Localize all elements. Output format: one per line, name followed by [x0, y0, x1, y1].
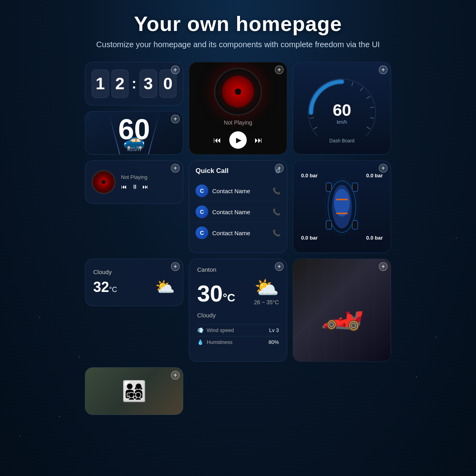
weather-large-temp-group: 30°C: [197, 280, 235, 307]
car-top-svg: [322, 175, 362, 238]
svg-text:60: 60: [333, 101, 351, 119]
music-small-add-button[interactable]: +: [171, 164, 180, 173]
svg-rect-25: [336, 213, 348, 214]
svg-rect-24: [336, 199, 348, 200]
quick-call-header: Quick Call ⚙: [196, 167, 280, 175]
svg-rect-22: [326, 221, 332, 229]
car-photo-widget: + 🏎️: [293, 259, 391, 362]
weather-small-unit: °C: [109, 286, 117, 294]
contact-avatar-3: C: [196, 226, 208, 239]
svg-line-2: [310, 118, 314, 119]
contact-row-2: C Contact Name 📞: [196, 202, 280, 223]
music-small-info: Not Playing ⏮ ⏸ ⏭: [121, 174, 177, 190]
weather-wind-val: Lv 3: [269, 327, 279, 333]
contact-avatar-2: C: [196, 205, 208, 218]
call-button-1[interactable]: 📞: [273, 187, 280, 195]
music-small-controls: ⏮ ⏸ ⏭: [121, 183, 177, 190]
quick-call-widget: + Quick Call ⚙ C Contact Name 📞 C Contac…: [189, 160, 287, 253]
weather-large-condition: Cloudy: [197, 312, 279, 319]
svg-line-10: [367, 96, 370, 98]
weather-city: Canton: [197, 266, 279, 273]
weather-humid-val: 80%: [269, 339, 279, 345]
widget-grid: + 1 2 : 3 0 + Not Playing ⏮ ⏭ +: [0, 58, 476, 419]
weather-wind-label: Wind speed: [207, 327, 234, 333]
svg-rect-20: [326, 183, 332, 192]
quick-call-add-button[interactable]: +: [275, 164, 284, 173]
music-small-next[interactable]: ⏭: [142, 183, 148, 190]
contact-left-3: C Contact Name: [196, 226, 250, 239]
contact-name-2: Contact Name: [212, 209, 250, 215]
clock-add-button[interactable]: +: [171, 65, 180, 74]
weather-large-widget: + Canton 30°C ⛅ 26 ~ 35°C Cloudy 💨 Wind …: [189, 259, 287, 362]
family-image: 👨‍👩‍👧‍👦: [85, 368, 183, 415]
music-large-add-button[interactable]: +: [275, 65, 284, 74]
weather-wind-left: 💨 Wind speed: [197, 327, 234, 333]
weather-humid-row: 💧 Humidness 80%: [197, 336, 279, 348]
vinyl-record-large: [214, 68, 262, 115]
contact-row-1: C Contact Name 📞: [196, 180, 280, 202]
wind-icon: 💨: [197, 327, 203, 333]
contact-left-2: C Contact Name: [196, 205, 250, 218]
svg-line-9: [360, 88, 363, 91]
speed-large-add-button[interactable]: +: [171, 115, 180, 123]
page-subtitle: Customize your homepage and its componen…: [8, 39, 468, 50]
weather-large-add-button[interactable]: +: [275, 262, 284, 271]
family-icon: 👨‍👩‍👧‍👦: [122, 380, 146, 403]
vinyl-small: [92, 170, 115, 194]
gauge-svg: 60 km/h: [302, 73, 382, 136]
music-small-widget: + Not Playing ⏮ ⏸ ⏭: [85, 160, 183, 204]
weather-small-add-button[interactable]: +: [171, 262, 180, 271]
contact-name-1: Contact Name: [212, 188, 250, 194]
clock-digit-2: 2: [111, 69, 129, 98]
weather-large-unit: °C: [223, 292, 235, 304]
speed-large-number: 60: [118, 113, 150, 146]
music-player-large: + Not Playing ⏮ ⏭: [189, 62, 287, 155]
speed-content: 60 km/h: [118, 113, 150, 153]
svg-line-1: [314, 127, 317, 129]
family-photo-widget: + 👨‍👩‍👧‍👦: [85, 367, 183, 415]
car-photo-add-button[interactable]: +: [379, 262, 388, 271]
svg-rect-23: [352, 221, 358, 229]
weather-small-condition: Cloudy: [93, 269, 175, 275]
tire-pressure-widget: + 0.0 bar 0.0 bar 0.0 bar 0.0 bar: [293, 160, 391, 253]
music-small-prev[interactable]: ⏮: [121, 183, 127, 190]
clock-digit-3: 3: [140, 69, 157, 98]
weather-small-temp-group: 32°C: [93, 279, 117, 296]
music-small-pause[interactable]: ⏸: [132, 183, 138, 190]
contact-left-1: C Contact Name: [196, 184, 250, 197]
gauge-add-button[interactable]: +: [379, 65, 388, 74]
contact-row-3: C Contact Name 📞: [196, 223, 280, 243]
music-large-status: Not Playing: [224, 119, 252, 126]
svg-rect-21: [352, 183, 358, 192]
svg-line-13: [367, 127, 370, 129]
contact-avatar-1: C: [196, 184, 208, 197]
svg-point-17: [334, 189, 350, 217]
page-title: Your own homepage: [8, 12, 468, 36]
gauge-label: Dash Board: [329, 138, 354, 144]
call-button-2[interactable]: 📞: [273, 208, 280, 216]
weather-small-temp: 32: [93, 279, 109, 295]
speed-large-unit: km/h: [127, 146, 141, 153]
car-photo-image: 🏎️: [293, 259, 391, 361]
call-button-3[interactable]: 📞: [273, 229, 280, 237]
music-large-controls: ⏮ ⏭: [213, 131, 263, 149]
clock-digit-1: 1: [92, 69, 109, 98]
weather-humid-label: Humidness: [207, 339, 232, 345]
music-large-next-button[interactable]: ⏭: [255, 136, 263, 145]
gauge-widget: +: [293, 62, 391, 155]
header: Your own homepage Customize your homepag…: [0, 0, 476, 58]
svg-text:km/h: km/h: [337, 119, 347, 125]
weather-large-icon: ⛅: [254, 276, 279, 299]
music-large-prev-button[interactable]: ⏮: [213, 136, 221, 145]
quick-call-title: Quick Call: [196, 167, 228, 175]
weather-small-row: 32°C ⛅: [93, 278, 175, 296]
tire-add-button[interactable]: +: [379, 164, 388, 173]
svg-line-11: [370, 107, 374, 108]
music-large-play-button[interactable]: [229, 131, 247, 149]
clock-colon: :: [132, 75, 136, 92]
svg-line-8: [352, 82, 353, 86]
clock-widget: + 1 2 : 3 0: [85, 62, 183, 106]
family-photo-add-button[interactable]: +: [171, 371, 180, 380]
weather-wind-row: 💨 Wind speed Lv 3: [197, 324, 279, 336]
humidity-icon: 💧: [197, 339, 203, 345]
